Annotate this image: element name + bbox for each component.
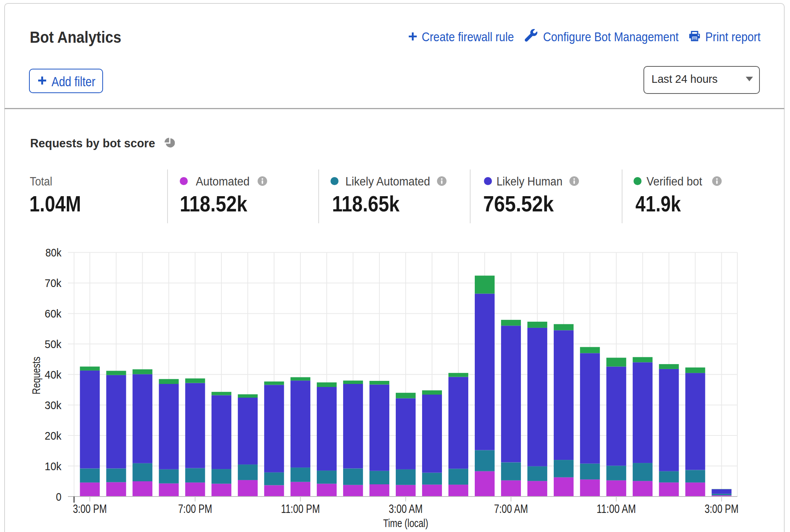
svg-text:11:00 PM: 11:00 PM	[281, 502, 320, 516]
svg-text:40k: 40k	[45, 368, 62, 381]
svg-text:3:00 PM: 3:00 PM	[73, 502, 107, 516]
svg-text:0: 0	[56, 490, 62, 503]
svg-text:7:00 AM: 7:00 AM	[494, 502, 528, 516]
svg-text:30k: 30k	[45, 399, 62, 411]
svg-text:10k: 10k	[45, 460, 62, 472]
svg-text:80k: 80k	[45, 246, 62, 259]
svg-text:Requests: Requests	[30, 357, 42, 395]
svg-text:20k: 20k	[45, 429, 62, 442]
svg-text:50k: 50k	[45, 338, 62, 350]
svg-text:7:00 PM: 7:00 PM	[178, 502, 212, 516]
svg-text:Time (local): Time (local)	[383, 517, 428, 529]
svg-text:11:00 AM: 11:00 AM	[597, 502, 636, 516]
svg-text:3:00 AM: 3:00 AM	[389, 502, 423, 516]
svg-text:70k: 70k	[45, 277, 62, 289]
svg-text:3:00 PM: 3:00 PM	[705, 502, 738, 516]
svg-text:60k: 60k	[45, 307, 62, 320]
